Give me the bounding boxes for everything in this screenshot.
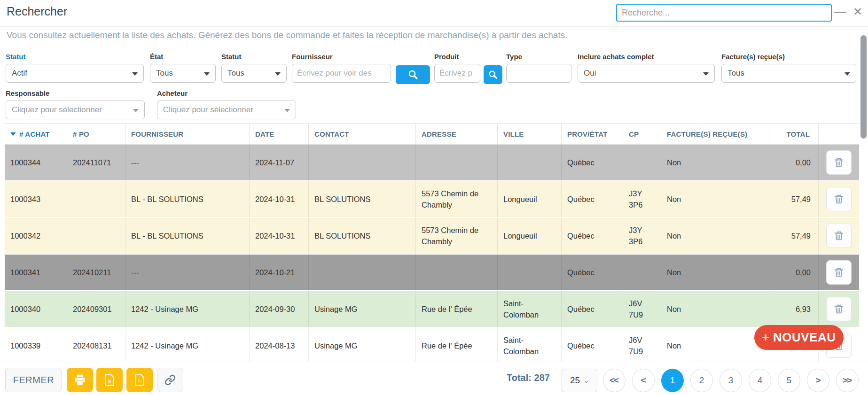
type-input[interactable] [506,64,571,83]
cell-fournisseur: BL - BL SOLUTIONS [125,218,250,254]
trash-icon [834,303,844,315]
export-pdf-button[interactable] [126,368,153,392]
last-page-button[interactable]: >> [836,369,859,392]
next-page-button[interactable]: > [807,369,829,392]
delete-row-button[interactable] [826,260,852,285]
fournisseur-input[interactable] [292,64,391,83]
chevron-down-icon [204,72,210,76]
delete-row-button[interactable] [826,224,852,248]
column-header-facture[interactable]: FACTURE(S) REÇUE(S) [661,124,769,144]
filter-facture-value: Tous [727,69,744,78]
table-row[interactable]: 1000344202411071---2024-11-07QuébecNon0,… [5,145,859,181]
column-header-po[interactable]: # PO [67,124,125,144]
cell-cp: J6V 7U9 [623,328,661,362]
page-size-select[interactable]: 25 ⌄ [562,369,597,392]
filter-type-label: Type [506,53,571,61]
filter-acheteur-select[interactable]: Cliquez pour sélectionner [157,101,296,119]
delete-row-button[interactable] [826,187,852,211]
link-icon [164,374,176,386]
column-header-contact[interactable]: CONTACT [309,124,416,144]
filter-responsable-label: Responsable [6,89,145,97]
cell-fournisseur: 1242 - Usinage MG [125,291,250,327]
chevron-down-icon [132,72,138,76]
print-button[interactable] [67,368,93,392]
page-button-5[interactable]: 5 [778,369,800,392]
cell-ville: Longueuil [498,181,562,217]
cell-prov: Québec [562,218,623,254]
page-button-1[interactable]: 1 [661,369,684,392]
cell-adresse [416,145,498,180]
cell-date: 2024-09-30 [250,291,309,327]
column-header-date[interactable]: DATE [250,124,309,144]
page-subtitle: Vous consultez actuellement la liste des… [7,30,567,40]
produit-input[interactable] [434,64,480,83]
chevron-down-icon: ⌄ [584,377,589,384]
cell-actions [819,291,859,327]
fermer-button[interactable]: FERMER [5,368,62,392]
cell-facture: Non [661,145,769,180]
table-row[interactable]: 1000343BL - BL SOLUTIONS2024-10-31BL SOL… [5,181,859,218]
search-input[interactable] [616,4,832,22]
cell-cp [623,145,661,180]
vertical-scrollbar-thumb[interactable] [860,35,867,139]
filter-statut-2-select[interactable]: Tous [221,64,287,83]
cell-contact [309,145,416,180]
column-header-fournisseur[interactable]: FOURNISSEUR [125,124,250,144]
table-row[interactable]: 10003392024081311242 - Usinage MG2024-08… [5,328,859,362]
filter-statut-2-value: Tous [227,69,244,78]
page-button-3[interactable]: 3 [719,369,742,392]
close-icon[interactable]: ✕ [853,3,862,21]
delete-row-button[interactable] [826,297,852,321]
minimize-button[interactable]: — [834,3,846,21]
cell-actions [819,181,859,217]
page-button-2[interactable]: 2 [690,369,713,392]
produit-search-button[interactable] [484,65,502,84]
column-header-cp[interactable]: CP [623,124,661,144]
trash-icon [834,230,844,241]
column-header-ville[interactable]: VILLE [498,124,562,144]
column-header-adresse[interactable]: ADRESSE [416,124,498,144]
page-title: Rechercher [7,5,67,18]
filter-acheteur: Acheteur Cliquez pour sélectionner [157,89,296,119]
column-header-total[interactable]: TOTAL [769,124,819,144]
table-row[interactable]: 10003402024093011242 - Usinage MG2024-09… [5,291,859,328]
column-header-achat[interactable]: # ACHAT [5,124,67,144]
filter-statut-1-select[interactable]: Actif [6,64,144,83]
achats-table: # ACHAT # PO FOURNISSEUR DATE CONTACT AD… [5,123,859,362]
export-excel-button[interactable]: x [96,368,123,392]
cell-achat: 1000339 [5,328,67,362]
table-row[interactable]: 1000341202410211---2024-10-21QuébecNon0,… [5,255,859,291]
cell-contact: BL SOLUTIONS [309,181,416,217]
cell-total: 57,49 [769,218,819,254]
cell-ville: Longueuil [498,218,562,254]
prev-page-button[interactable]: < [632,369,655,392]
filter-facture-select[interactable]: Tous [721,64,856,83]
cell-date: 2024-10-21 [250,255,309,290]
filter-acheteur-label: Acheteur [157,89,296,97]
cell-achat: 1000343 [5,181,67,217]
filter-statut-2-label: Statut [221,53,287,61]
nouveau-button[interactable]: + NOUVEAU [754,325,844,350]
filter-acheteur-placeholder: Cliquez pour sélectionner [163,105,253,115]
table-row[interactable]: 1000342BL - BL SOLUTIONS2024-10-31BL SOL… [5,218,859,255]
cell-fournisseur: --- [125,145,250,180]
filter-etat-label: État [150,53,216,61]
delete-row-button[interactable] [826,150,852,175]
cell-po [67,181,125,217]
filter-responsable-select[interactable]: Cliquez pour sélectionner [6,101,145,119]
fournisseur-search-button[interactable] [396,65,430,84]
cell-actions [819,145,859,180]
column-header-prov[interactable]: PROV/ÉTAT [562,124,623,144]
column-header-achat-label: # ACHAT [19,130,50,138]
filter-etat-select[interactable]: Tous [150,64,216,83]
cell-po [67,218,125,254]
cell-facture: Non [661,181,769,217]
first-page-button[interactable]: << [603,369,626,392]
filter-fournisseur: Fournisseur [292,53,391,83]
cell-total: 6,93 [769,291,819,327]
filter-inclure-select[interactable]: Oui [578,64,715,83]
copy-link-button[interactable] [157,368,183,392]
file-excel-icon: x [104,374,115,386]
filter-statut-1-label: Statut [6,53,144,61]
page-button-4[interactable]: 4 [749,369,771,392]
